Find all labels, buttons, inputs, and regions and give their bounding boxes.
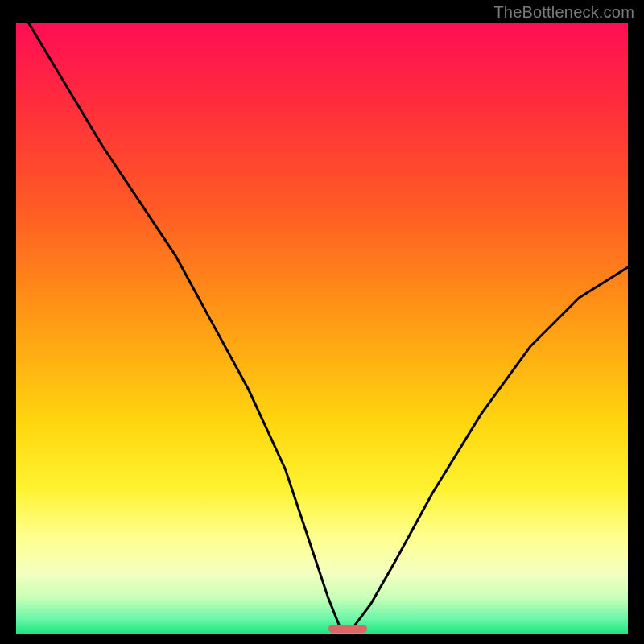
curve-svg [16,23,628,634]
bottleneck-curve [28,23,628,628]
chart-stage: TheBottleneck.com [0,0,644,644]
plot-area [16,23,628,634]
watermark-text: TheBottleneck.com [493,3,634,22]
optimum-marker [328,625,367,633]
